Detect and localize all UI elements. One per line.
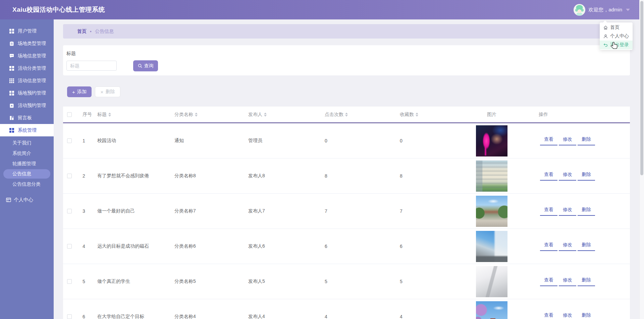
edit-link[interactable]: 修改 — [559, 242, 576, 251]
edit-link[interactable]: 修改 — [559, 172, 576, 181]
user-icon — [603, 34, 608, 39]
book-icon — [9, 116, 14, 120]
column-header-image: 图片 — [487, 112, 496, 118]
delete-link[interactable]: 删除 — [578, 312, 595, 319]
search-panel: 标题 查询 — [63, 45, 630, 75]
table-row: 4 远大的目标是成功的磁石 分类名称6 发布人6 6 6 查看 修改 删除 — [63, 229, 630, 264]
row-title: 校园活动 — [97, 138, 116, 144]
row-checkbox[interactable] — [67, 244, 72, 249]
sort-carets-icon[interactable] — [264, 113, 267, 117]
search-input[interactable] — [66, 61, 117, 71]
row-checkbox[interactable] — [67, 209, 72, 213]
sort-carets-icon[interactable] — [345, 113, 348, 117]
scrollbar-thumb[interactable] — [640, 1, 643, 175]
sidebar-item-user-management[interactable]: 用户管理 — [0, 25, 54, 37]
column-header-favorites: 收藏数 — [400, 112, 414, 118]
row-checkbox[interactable] — [67, 138, 72, 143]
top-header-bar: Xaiu校园活动中心线上管理系统 欢迎您，admin — [0, 0, 644, 19]
column-header-title: 标题 — [97, 112, 107, 118]
search-button[interactable]: 查询 — [133, 60, 158, 71]
sidebar-item-personal-center[interactable]: 个人中心 — [0, 194, 54, 206]
row-checkbox[interactable] — [67, 314, 72, 319]
sort-carets-icon[interactable] — [108, 113, 111, 117]
column-header-category: 分类名称 — [174, 112, 193, 118]
row-title: 做一个最好的自己 — [97, 208, 135, 214]
submenu-item-label: 系统简介 — [12, 150, 31, 156]
announcement-table: 序号 标题 分类名称 发布人 点击次数 收藏数 图片 操作 1 校园活动 通知 … — [63, 107, 630, 319]
user-dropdown-trigger[interactable]: 欢迎您，admin — [574, 0, 630, 19]
sidebar-item-venue-booking-management[interactable]: 场地预约管理 — [0, 87, 54, 99]
pink-microphone-photo — [476, 125, 507, 156]
table-row: 1 校园活动 通知 管理员 0 0 查看 修改 删除 — [63, 123, 630, 158]
row-favorites: 8 — [400, 173, 402, 179]
edit-link[interactable]: 修改 — [559, 207, 576, 216]
row-publisher: 发布人5 — [248, 278, 265, 284]
row-title: 有了梦想就不会感到疲倦 — [97, 173, 149, 179]
table-row: 3 做一个最好的自己 分类名称7 发布人7 7 7 查看 修改 删除 — [63, 194, 630, 229]
sidebar-item-label: 留言板 — [18, 115, 32, 121]
edit-link[interactable]: 修改 — [559, 277, 576, 286]
row-checkbox[interactable] — [67, 279, 72, 284]
delete-link[interactable]: 删除 — [578, 277, 595, 286]
view-link[interactable]: 查看 — [540, 277, 557, 286]
sidebar-item-venue-type-management[interactable]: 场地类型管理 — [0, 37, 54, 50]
submenu-item-system-intro[interactable]: 系统简介 — [0, 148, 54, 158]
screen: Xaiu校园活动中心线上管理系统 欢迎您，admin 首页 个人中心 退出登录 — [0, 0, 644, 319]
welcome-text: 欢迎您，admin — [588, 7, 622, 13]
view-link[interactable]: 查看 — [540, 312, 557, 319]
clipboard-x-icon — [9, 103, 14, 108]
row-publisher: 发布人8 — [248, 173, 265, 179]
menu-item-personal-center[interactable]: 个人中心 — [600, 32, 633, 41]
table-row: 2 有了梦想就不会感到疲倦 分类名称8 发布人8 8 8 查看 修改 删除 — [63, 158, 630, 194]
view-link[interactable]: 查看 — [540, 242, 557, 251]
sidebar-item-label: 场地类型管理 — [18, 41, 46, 47]
sidebar-item-message-board[interactable]: 留言板 — [0, 112, 54, 124]
window-icon — [6, 197, 11, 202]
delete-button[interactable]: × 删除 — [95, 86, 120, 97]
sort-carets-icon[interactable] — [195, 113, 198, 117]
delete-link[interactable]: 删除 — [578, 136, 595, 145]
breadcrumb-home-link[interactable]: 首页 — [77, 28, 87, 35]
breadcrumb: 首页 • 公告信息 — [63, 24, 630, 39]
row-category: 通知 — [174, 138, 184, 144]
row-category: 分类名称6 — [174, 243, 196, 249]
menu-item-home[interactable]: 首页 — [600, 23, 633, 32]
view-link[interactable]: 查看 — [540, 207, 557, 216]
row-checkbox[interactable] — [67, 174, 72, 178]
sidebar-item-system-management[interactable]: 系统管理 — [0, 124, 54, 136]
sidebar-item-label: 场地预约管理 — [18, 90, 46, 96]
page-scrollbar — [639, 0, 644, 319]
sidebar-item-label: 系统管理 — [18, 127, 37, 133]
menu-item-logout[interactable]: 退出登录 — [600, 41, 633, 49]
row-clicks: 0 — [325, 138, 327, 143]
row-favorites: 4 — [400, 314, 402, 319]
sidebar: 用户管理 场地类型管理 场地信息管理 活动分类管理 活动信息管理 场地预约管理 — [0, 19, 54, 319]
view-link[interactable]: 查看 — [540, 172, 557, 181]
app-title: Xaiu校园活动中心线上管理系统 — [12, 5, 105, 14]
delete-link[interactable]: 删除 — [578, 242, 595, 251]
delete-link[interactable]: 删除 — [578, 207, 595, 216]
sort-carets-icon[interactable] — [416, 113, 418, 117]
add-button[interactable]: + 添加 — [67, 86, 92, 97]
edit-link[interactable]: 修改 — [559, 136, 576, 145]
comment-icon — [9, 54, 14, 58]
view-link[interactable]: 查看 — [540, 136, 557, 145]
submenu-item-label: 关于我们 — [12, 140, 31, 146]
row-clicks: 6 — [325, 244, 327, 249]
submenu-item-announcement-info[interactable]: 公告信息 — [3, 169, 50, 179]
sidebar-item-activity-info-management[interactable]: 活动信息管理 — [0, 74, 54, 87]
select-all-checkbox[interactable] — [67, 112, 72, 117]
sidebar-item-label: 个人中心 — [14, 197, 33, 203]
submenu-item-announcement-category[interactable]: 公告信息分类 — [0, 179, 54, 189]
delete-link[interactable]: 删除 — [578, 172, 595, 181]
sidebar-item-venue-info-management[interactable]: 场地信息管理 — [0, 50, 54, 62]
submenu-item-carousel-management[interactable]: 轮播图管理 — [0, 158, 54, 169]
submenu-item-about-us[interactable]: 关于我们 — [0, 138, 54, 148]
sidebar-item-activity-booking-management[interactable]: 活动预约管理 — [0, 99, 54, 112]
edit-link[interactable]: 修改 — [559, 312, 576, 319]
row-title: 远大的目标是成功的磁石 — [97, 243, 149, 249]
grid-icon — [9, 66, 14, 71]
sidebar-item-activity-category-management[interactable]: 活动分类管理 — [0, 62, 54, 74]
x-icon: × — [101, 89, 104, 94]
row-index: 1 — [83, 138, 85, 143]
